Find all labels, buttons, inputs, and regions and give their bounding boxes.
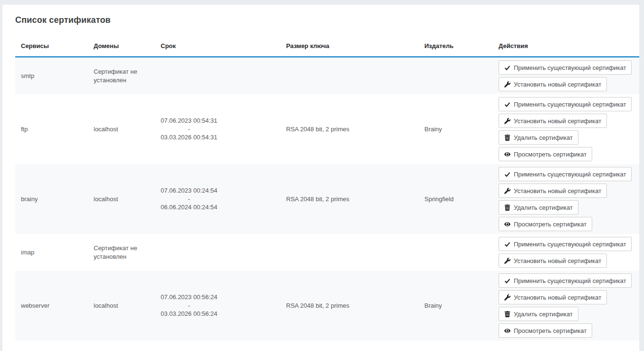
button-label: Применить существующий сертификат bbox=[514, 101, 626, 108]
apply-certificate-button[interactable]: Применить существующий сертификат bbox=[499, 237, 632, 251]
button-label: Применить существующий сертификат bbox=[514, 241, 626, 248]
wrench-icon bbox=[504, 118, 510, 124]
term-from: 07.06.2023 00:24:54 bbox=[161, 186, 217, 195]
column-header-key-size: Размер ключа bbox=[280, 35, 419, 57]
cell-actions: Применить существующий сертификатУстанов… bbox=[493, 164, 639, 234]
cell-issuer bbox=[419, 57, 493, 95]
install-certificate-button[interactable]: Установить новый сертификат bbox=[499, 290, 607, 304]
cell-key-size: RSA 2048 bit, 2 primes bbox=[280, 271, 419, 341]
cell-term: 07.06.2023 00:54:31-03.03.2026 00:54:31 bbox=[155, 94, 280, 164]
cell-service: ftp bbox=[15, 94, 88, 164]
cell-certificate-status: Сертификат не установлен bbox=[88, 234, 155, 271]
apply-certificate-button[interactable]: Применить существующий сертификат bbox=[499, 273, 632, 288]
button-label: Применить существующий сертификат bbox=[514, 171, 626, 178]
button-label: Просмотреть сертификат bbox=[514, 221, 586, 228]
cell-service: smtp bbox=[15, 57, 88, 95]
wrench-icon bbox=[504, 188, 510, 194]
view-certificate-button[interactable]: Просмотреть сертификат bbox=[499, 147, 592, 161]
eye-icon bbox=[504, 151, 510, 157]
button-label: Просмотреть сертификат bbox=[514, 151, 586, 158]
cell-service: imap bbox=[15, 234, 88, 271]
trash-icon bbox=[504, 135, 510, 141]
table-row-imap: imapСертификат не установленПрименить су… bbox=[15, 234, 639, 271]
column-header-domains: Домены bbox=[88, 35, 155, 57]
cell-key-size bbox=[280, 57, 419, 95]
button-label: Установить новый сертификат bbox=[514, 294, 601, 301]
button-label: Установить новый сертификат bbox=[514, 187, 601, 195]
cell-domain: localhost bbox=[88, 94, 155, 164]
term-sep: - bbox=[161, 195, 217, 204]
apply-certificate-button[interactable]: Применить существующий сертификат bbox=[499, 97, 632, 111]
cell-service: webserver bbox=[15, 271, 88, 341]
wrench-icon bbox=[504, 294, 510, 301]
button-label: Установить новый сертификат bbox=[514, 257, 601, 264]
cell-issuer: Brainy bbox=[419, 271, 493, 341]
cell-issuer bbox=[419, 234, 493, 271]
install-certificate-button[interactable]: Установить новый сертификат bbox=[499, 114, 607, 128]
term-range: 07.06.2023 00:56:24-03.03.2026 00:56:24 bbox=[161, 293, 217, 318]
cell-key-size bbox=[280, 234, 419, 271]
cell-term bbox=[155, 57, 280, 95]
cell-issuer: Brainy bbox=[419, 94, 493, 164]
cell-issuer: Springfield bbox=[419, 164, 493, 234]
table-row-ftp: ftplocalhost07.06.2023 00:54:31-03.03.20… bbox=[15, 94, 639, 164]
table-body: smtpСертификат не установленПрименить су… bbox=[15, 57, 639, 341]
cell-key-size: RSA 2048 bit, 2 primes bbox=[280, 94, 419, 164]
cell-actions: Применить существующий сертификатУстанов… bbox=[493, 94, 639, 164]
button-label: Удалить сертификат bbox=[514, 311, 573, 318]
button-label: Удалить сертификат bbox=[514, 204, 573, 211]
delete-certificate-button[interactable]: Удалить сертификат bbox=[499, 200, 578, 214]
wrench-icon bbox=[504, 81, 510, 88]
term-range: 07.06.2023 00:24:54-06.06.2024 00:24:54 bbox=[161, 186, 217, 212]
view-certificate-button[interactable]: Просмотреть сертификат bbox=[499, 217, 592, 231]
cell-term bbox=[155, 234, 280, 271]
eye-icon bbox=[504, 328, 510, 334]
cell-actions: Применить существующий сертификатУстанов… bbox=[493, 57, 639, 95]
cell-key-size: RSA 2048 bit, 2 primes bbox=[280, 164, 419, 234]
term-sep: - bbox=[161, 125, 217, 134]
trash-icon bbox=[504, 311, 510, 317]
check-icon bbox=[504, 278, 510, 284]
cell-certificate-status: Сертификат не установлен bbox=[88, 57, 155, 95]
table-row-webserver: webserverlocalhost07.06.2023 00:56:24-03… bbox=[15, 271, 639, 341]
button-label: Удалить сертификат bbox=[514, 134, 573, 141]
eye-icon bbox=[504, 221, 510, 227]
install-certificate-button[interactable]: Установить новый сертификат bbox=[499, 77, 607, 91]
cell-service: brainy bbox=[15, 164, 88, 234]
install-certificate-button[interactable]: Установить новый сертификат bbox=[499, 184, 607, 198]
table-row-brainy: brainylocalhost07.06.2023 00:24:54-06.06… bbox=[15, 164, 639, 234]
table-header-row: СервисыДоменыСрокРазмер ключаИздательДей… bbox=[15, 35, 639, 57]
view-certificate-button[interactable]: Просмотреть сертификат bbox=[499, 323, 592, 338]
cell-actions: Применить существующий сертификатУстанов… bbox=[493, 271, 639, 341]
term-sep: - bbox=[161, 302, 217, 310]
table-row-smtp: smtpСертификат не установленПрименить су… bbox=[15, 57, 639, 95]
install-certificate-button[interactable]: Установить новый сертификат bbox=[499, 254, 607, 268]
column-header-term: Срок bbox=[155, 35, 280, 57]
delete-certificate-button[interactable]: Удалить сертификат bbox=[499, 307, 578, 321]
button-label: Просмотреть сертификат bbox=[514, 327, 586, 334]
check-icon bbox=[504, 171, 510, 177]
term-to: 03.03.2026 00:56:24 bbox=[161, 310, 217, 318]
column-header-issuer: Издатель bbox=[419, 35, 493, 57]
cell-domain: localhost bbox=[88, 271, 155, 341]
button-label: Применить существующий сертификат bbox=[514, 64, 626, 71]
cell-domain: localhost bbox=[88, 164, 155, 234]
term-to: 03.03.2026 00:54:31 bbox=[161, 133, 217, 142]
check-icon bbox=[504, 101, 510, 107]
apply-certificate-button[interactable]: Применить существующий сертификат bbox=[499, 167, 632, 181]
apply-certificate-button[interactable]: Применить существующий сертификат bbox=[499, 60, 632, 75]
button-label: Применить существующий сертификат bbox=[514, 277, 626, 284]
term-to: 06.06.2024 00:24:54 bbox=[161, 203, 217, 212]
button-label: Установить новый сертификат bbox=[514, 117, 601, 125]
cell-term: 07.06.2023 00:24:54-06.06.2024 00:24:54 bbox=[155, 164, 280, 234]
certificates-panel: Список сертификатов СервисыДоменыСрокРаз… bbox=[2, 5, 639, 351]
column-header-actions: Действия bbox=[493, 35, 639, 57]
wrench-icon bbox=[504, 258, 510, 264]
check-icon bbox=[504, 65, 510, 71]
cell-actions: Применить существующий сертификатУстанов… bbox=[493, 234, 639, 271]
check-icon bbox=[504, 241, 510, 247]
certificates-table: СервисыДоменыСрокРазмер ключаИздательДей… bbox=[15, 35, 639, 341]
delete-certificate-button[interactable]: Удалить сертификат bbox=[499, 130, 578, 145]
term-range: 07.06.2023 00:54:31-03.03.2026 00:54:31 bbox=[161, 117, 217, 142]
page-title: Список сертификатов bbox=[15, 15, 639, 25]
